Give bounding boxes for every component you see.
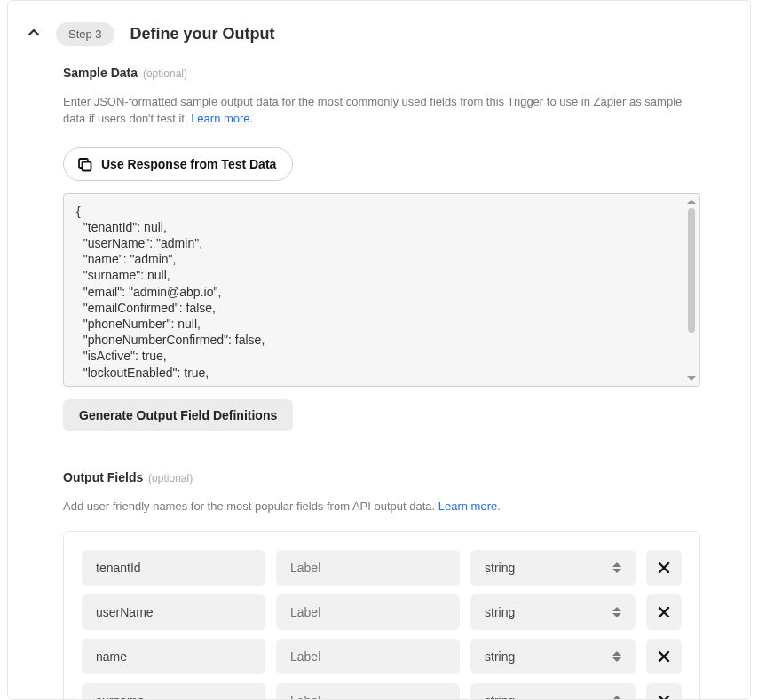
- scrollbar[interactable]: [685, 196, 698, 384]
- field-type-value: string: [485, 561, 515, 575]
- field-type-select[interactable]: string: [470, 550, 636, 586]
- close-icon: [657, 694, 671, 700]
- scroll-thumb[interactable]: [688, 208, 695, 333]
- step-title: Define your Output: [130, 25, 275, 43]
- scroll-down-icon: [687, 376, 696, 381]
- field-label-input[interactable]: [276, 683, 460, 700]
- sort-icon: [612, 607, 621, 617]
- collapse-button[interactable]: [28, 27, 40, 42]
- step-pill: Step 3: [56, 22, 114, 46]
- field-key-input[interactable]: [82, 550, 265, 586]
- sort-icon: [612, 562, 621, 573]
- field-label-input[interactable]: [276, 594, 460, 630]
- field-key-input[interactable]: [82, 683, 265, 700]
- output-fields-label-text: Output Fields: [63, 470, 143, 484]
- field-key-input[interactable]: [82, 594, 265, 630]
- close-icon: [657, 605, 671, 619]
- output-fields-card: string string string string: [63, 531, 700, 700]
- svg-rect-1: [83, 161, 91, 170]
- sample-learn-more-link[interactable]: Learn more: [191, 112, 249, 125]
- step-card: Step 3 Define your Output Sample Data (o…: [7, 0, 751, 700]
- field-row: string: [82, 550, 682, 586]
- sample-json-wrap: [63, 193, 700, 387]
- field-type-value: string: [485, 694, 515, 700]
- field-type-select[interactable]: string: [470, 683, 636, 700]
- delete-row-button[interactable]: [646, 639, 682, 674]
- copy-icon: [76, 156, 92, 172]
- field-label-input[interactable]: [276, 639, 460, 674]
- field-row: string: [82, 594, 682, 630]
- sort-icon: [612, 651, 621, 662]
- field-key-input[interactable]: [82, 639, 265, 674]
- field-type-select[interactable]: string: [470, 594, 636, 630]
- sample-data-hint-text: Enter JSON-formatted sample output data …: [63, 95, 682, 125]
- sample-data-optional: (optional): [143, 67, 187, 80]
- sample-data-label-text: Sample Data: [63, 66, 138, 80]
- use-response-button[interactable]: Use Response from Test Data: [63, 147, 293, 181]
- generate-definitions-button[interactable]: Generate Output Field Definitions: [63, 399, 293, 431]
- output-fields-section: Output Fields (optional) Add user friend…: [8, 470, 750, 700]
- sample-data-label: Sample Data (optional): [63, 66, 700, 80]
- field-row: string: [82, 683, 682, 700]
- output-fields-hint-text: Add user friendly names for the most pop…: [63, 499, 438, 513]
- output-learn-more-link[interactable]: Learn more: [438, 499, 497, 513]
- scroll-up-icon: [687, 200, 696, 204]
- field-type-select[interactable]: string: [470, 639, 636, 674]
- sample-data-section: Sample Data (optional) Enter JSON-format…: [8, 66, 750, 431]
- step-header: Step 3 Define your Output: [8, 22, 750, 66]
- output-fields-label: Output Fields (optional): [63, 470, 700, 484]
- delete-row-button[interactable]: [646, 550, 682, 586]
- field-row: string: [82, 639, 682, 674]
- output-fields-hint: Add user friendly names for the most pop…: [63, 499, 700, 515]
- delete-row-button[interactable]: [646, 683, 682, 700]
- sample-data-hint: Enter JSON-formatted sample output data …: [63, 94, 700, 128]
- use-response-label: Use Response from Test Data: [101, 157, 276, 171]
- sort-icon: [612, 696, 621, 700]
- field-label-input[interactable]: [276, 550, 460, 586]
- field-type-value: string: [485, 649, 515, 664]
- delete-row-button[interactable]: [646, 594, 682, 630]
- field-type-value: string: [485, 605, 515, 619]
- chevron-up-icon: [28, 27, 40, 39]
- close-icon: [657, 649, 671, 664]
- sample-json-textarea[interactable]: [64, 194, 699, 382]
- output-fields-optional: (optional): [148, 472, 193, 484]
- close-icon: [657, 561, 671, 575]
